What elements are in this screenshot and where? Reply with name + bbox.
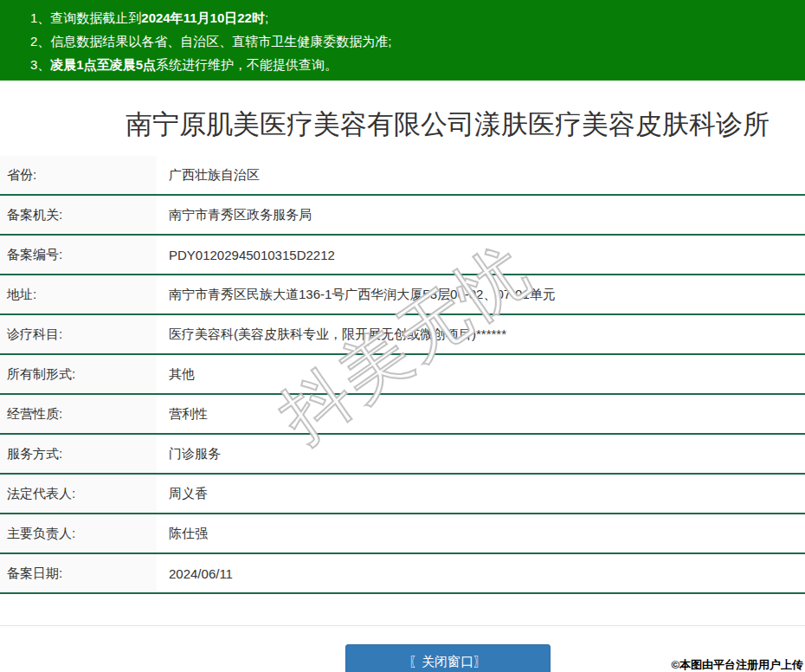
row-label: 所有制形式: [0, 355, 157, 393]
row-label: 经营性质: [0, 395, 157, 433]
table-row: 省份: 广西壮族自治区 [0, 156, 805, 196]
row-value: 周义香 [157, 486, 805, 502]
row-value: 其他 [157, 366, 805, 383]
row-label: 服务方式: [0, 435, 157, 473]
row-label: 备案编号: [0, 236, 157, 274]
corner-watermark: ©本图由平台注册用户上传 [671, 657, 803, 672]
row-value: PDY01202945010315D2212 [157, 248, 805, 262]
table-row: 诊疗科目: 医疗美容科(美容皮肤科专业，限开展无创或微创项目)****** [0, 315, 805, 355]
table-row: 经营性质: 营利性 [0, 395, 805, 435]
record-table: 省份: 广西壮族自治区 备案机关: 南宁市青秀区政务服务局 备案编号: PDY0… [0, 156, 805, 594]
table-row: 备案编号: PDY01202945010315D2212 [0, 236, 805, 275]
notice-number: 3、 [30, 57, 50, 72]
notice-banner: 1、查询数据截止到2024年11月10日22时; 2、信息数据结果以各省、自治区… [0, 0, 805, 81]
row-value: 广西壮族自治区 [157, 167, 805, 184]
table-row: 地址: 南宁市青秀区民族大道136-1号广西华润大厦53层06-02、07-01… [0, 275, 805, 315]
table-row: 备案日期: 2024/06/11 [0, 554, 805, 594]
row-value: 医疗美容科(美容皮肤科专业，限开展无创或微创项目)****** [157, 326, 805, 343]
row-label: 主要负责人: [0, 514, 157, 552]
page-title: 南宁原肌美医疗美容有限公司漾肤医疗美容皮肤科诊所 [0, 109, 805, 140]
notice-text-post: ; [265, 10, 268, 25]
row-value: 南宁市青秀区政务服务局 [157, 207, 805, 223]
notice-text-bold: 凌晨1点至凌晨5点 [50, 57, 156, 72]
notice-text-pre: 信息数据结果以各省、自治区、直辖市卫生健康委数据为准; [50, 34, 391, 48]
row-label: 省份: [0, 156, 157, 194]
row-label: 诊疗科目: [0, 315, 157, 353]
table-row: 备案机关: 南宁市青秀区政务服务局 [0, 196, 805, 236]
row-value: 门诊服务 [157, 446, 805, 462]
notice-text-pre: 查询数据截止到 [50, 10, 141, 25]
notice-item: 1、查询数据截止到2024年11月10日22时; [30, 6, 796, 29]
table-row: 法定代表人: 周义香 [0, 475, 805, 514]
table-row: 主要负责人: 陈仕强 [0, 514, 805, 554]
row-value: 南宁市青秀区民族大道136-1号广西华润大厦53层06-02、07-01单元 [157, 287, 805, 303]
notice-item: 3、凌晨1点至凌晨5点系统进行维护，不能提供查询。 [30, 53, 796, 76]
notice-item: 2、信息数据结果以各省、自治区、直辖市卫生健康委数据为准; [30, 29, 796, 53]
row-label: 地址: [0, 275, 157, 313]
close-window-button[interactable]: 〖关闭窗口〗 [345, 644, 551, 672]
row-label: 备案日期: [0, 554, 157, 592]
table-row: 所有制形式: 其他 [0, 355, 805, 395]
row-label: 备案机关: [0, 196, 157, 234]
row-value: 2024/06/11 [157, 566, 805, 581]
notice-number: 1、 [30, 10, 50, 25]
notice-text-bold: 2024年11月10日22时 [141, 10, 265, 25]
notice-number: 2、 [30, 34, 50, 48]
row-value: 营利性 [157, 406, 805, 423]
table-row: 服务方式: 门诊服务 [0, 435, 805, 475]
row-value: 陈仕强 [157, 526, 805, 542]
notice-text-post: 系统进行维护，不能提供查询。 [156, 57, 338, 72]
row-label: 法定代表人: [0, 475, 157, 513]
record-lookup-page: 1、查询数据截止到2024年11月10日22时; 2、信息数据结果以各省、自治区… [0, 0, 805, 672]
